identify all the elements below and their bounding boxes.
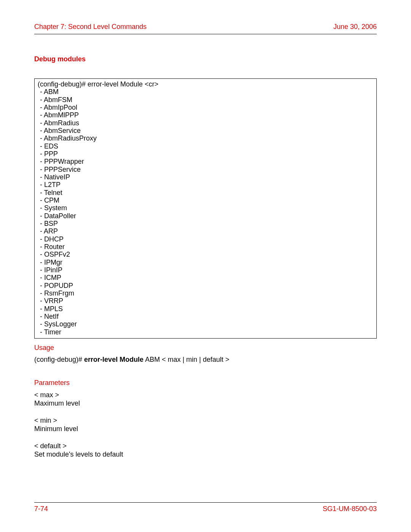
module-item: - AbmService [38,127,373,134]
parameter-name: < min > [34,416,377,425]
module-item: - NetIf [38,313,373,320]
module-list-box: (config-debug)# error-level Module <cr> … [34,78,377,339]
module-item: - AbmRadius [38,119,373,127]
module-item: - SysLogger [38,320,373,328]
parameter-description: Set module's levels to default [34,450,377,459]
usage-bold: error-level Module [84,356,143,363]
module-item: - PPPWrapper [38,158,373,165]
page-header: Chapter 7: Second Level Commands June 30… [34,23,377,31]
parameter-group: < max >Maximum level [34,391,377,408]
section-heading: Debug modules [34,55,377,63]
usage-prefix: (config-debug)# [34,356,84,363]
module-item: - Router [38,243,373,251]
parameter-group: < default >Set module's levels to defaul… [34,442,377,459]
module-item: - Timer [38,328,373,336]
module-item: - AbmFSM [38,96,373,104]
module-item: - AbmIpPool [38,104,373,111]
module-item: - AbmRadiusProxy [38,134,373,142]
module-item: - ABM [38,88,373,96]
module-item: - POPUDP [38,282,373,289]
module-item: - CPM [38,197,373,204]
module-item: - RsmFrgm [38,289,373,297]
module-item: - DHCP [38,235,373,243]
parameter-description: Minimum level [34,425,377,433]
parameter-group: < min > Minimum level [34,416,377,433]
parameter-name: < default > [34,442,377,451]
module-item: - OSPFv2 [38,251,373,258]
module-item: - NativeIP [38,173,373,181]
module-item: - L2TP [38,181,373,189]
module-item: - DataPoller [38,212,373,220]
parameter-name: < max > [34,391,377,399]
command-line: (config-debug)# error-level Module <cr> [38,80,373,88]
module-item: - VRRP [38,297,373,305]
module-item: - ARP [38,227,373,235]
usage-line: (config-debug)# error-level Module ABM <… [34,356,377,364]
parameter-description: Maximum level [34,399,377,408]
chapter-title: Chapter 7: Second Level Commands [34,23,147,31]
module-item: - PPP [38,150,373,158]
module-item: - MPLS [38,305,373,313]
module-item: - Telnet [38,189,373,197]
usage-suffix: ABM < max | min | default > [143,356,229,363]
header-rule [34,34,377,34]
usage-heading: Usage [34,344,377,352]
parameters-block: < max >Maximum level < min > Minimum lev… [34,391,377,459]
page-footer: 7-74 SG1-UM-8500-03 [34,502,377,513]
module-item: - BSP [38,220,373,227]
module-item: - IPMgr [38,259,373,266]
module-item: - PPPService [38,166,373,173]
document-id: SG1-UM-8500-03 [323,505,377,513]
page-number: 7-74 [34,505,48,513]
module-list: - ABM- AbmFSM- AbmIpPool- AbmMlPPP- AbmR… [38,88,373,336]
module-item: - ICMP [38,274,373,281]
document-page: Chapter 7: Second Level Commands June 30… [0,0,411,532]
footer-rule [34,502,377,503]
module-item: - AbmMlPPP [38,111,373,119]
module-item: - EDS [38,142,373,150]
module-item: - IPinIP [38,266,373,274]
module-item: - System [38,204,373,212]
page-date: June 30, 2006 [333,23,377,31]
parameters-heading: Parameters [34,379,377,387]
